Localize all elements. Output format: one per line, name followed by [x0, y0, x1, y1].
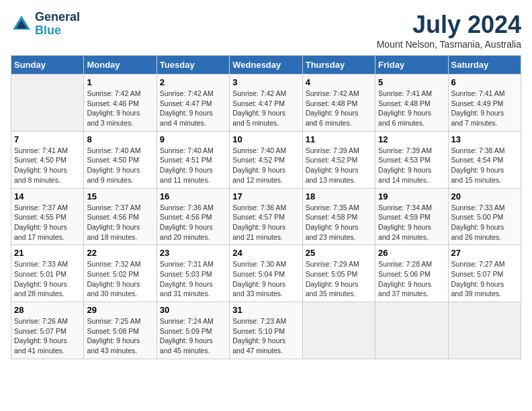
calendar-cell: 24Sunrise: 7:30 AMSunset: 5:04 PMDayligh… — [230, 245, 302, 302]
calendar-cell: 30Sunrise: 7:24 AMSunset: 5:09 PMDayligh… — [157, 302, 229, 359]
calendar-cell — [448, 302, 521, 359]
day-number: 3 — [232, 77, 299, 87]
day-number: 14 — [14, 191, 81, 201]
calendar-cell: 31Sunrise: 7:23 AMSunset: 5:10 PMDayligh… — [230, 302, 302, 359]
day-number: 23 — [160, 248, 226, 258]
day-number: 31 — [232, 305, 299, 315]
col-header-thursday: Thursday — [302, 56, 375, 75]
day-info: Sunrise: 7:40 AMSunset: 4:52 PMDaylight:… — [232, 146, 299, 185]
calendar-cell: 12Sunrise: 7:39 AMSunset: 4:53 PMDayligh… — [375, 131, 448, 188]
day-info: Sunrise: 7:30 AMSunset: 5:04 PMDaylight:… — [232, 259, 299, 299]
col-header-monday: Monday — [84, 56, 157, 75]
day-number: 5 — [378, 77, 445, 87]
calendar-cell: 17Sunrise: 7:36 AMSunset: 4:57 PMDayligh… — [230, 188, 302, 245]
calendar-cell: 29Sunrise: 7:25 AMSunset: 5:08 PMDayligh… — [84, 302, 157, 359]
day-info: Sunrise: 7:26 AMSunset: 5:07 PMDaylight:… — [14, 316, 81, 356]
day-number: 2 — [160, 77, 226, 87]
day-info: Sunrise: 7:35 AMSunset: 4:58 PMDaylight:… — [306, 203, 372, 242]
day-info: Sunrise: 7:39 AMSunset: 4:52 PMDaylight:… — [306, 146, 372, 185]
day-info: Sunrise: 7:42 AMSunset: 4:46 PMDaylight:… — [87, 89, 153, 128]
calendar-cell: 2Sunrise: 7:42 AMSunset: 4:47 PMDaylight… — [157, 75, 229, 132]
day-number: 22 — [87, 248, 153, 258]
day-info: Sunrise: 7:24 AMSunset: 5:09 PMDaylight:… — [160, 316, 226, 356]
title-block: July 2024 Mount Nelson, Tasmania, Austra… — [377, 11, 521, 50]
calendar-cell: 28Sunrise: 7:26 AMSunset: 5:07 PMDayligh… — [11, 302, 84, 359]
col-header-tuesday: Tuesday — [157, 56, 229, 75]
day-info: Sunrise: 7:33 AMSunset: 5:01 PMDaylight:… — [14, 259, 81, 299]
calendar-title: July 2024 — [377, 11, 521, 39]
calendar-cell: 27Sunrise: 7:27 AMSunset: 5:07 PMDayligh… — [448, 245, 521, 302]
day-number: 30 — [160, 305, 226, 315]
calendar-cell: 6Sunrise: 7:41 AMSunset: 4:49 PMDaylight… — [448, 75, 521, 132]
day-info: Sunrise: 7:41 AMSunset: 4:48 PMDaylight:… — [378, 89, 445, 128]
day-info: Sunrise: 7:32 AMSunset: 5:02 PMDaylight:… — [87, 259, 153, 299]
day-info: Sunrise: 7:36 AMSunset: 4:56 PMDaylight:… — [160, 203, 226, 242]
calendar-cell — [302, 302, 375, 359]
calendar-cell: 14Sunrise: 7:37 AMSunset: 4:55 PMDayligh… — [11, 188, 84, 245]
day-number: 18 — [306, 191, 372, 201]
page-header: General Blue July 2024 Mount Nelson, Tas… — [11, 11, 521, 50]
day-number: 28 — [14, 305, 81, 315]
calendar-cell: 11Sunrise: 7:39 AMSunset: 4:52 PMDayligh… — [302, 131, 375, 188]
day-info: Sunrise: 7:37 AMSunset: 4:55 PMDaylight:… — [14, 203, 81, 242]
day-info: Sunrise: 7:37 AMSunset: 4:56 PMDaylight:… — [87, 203, 153, 242]
day-number: 27 — [451, 248, 518, 258]
day-info: Sunrise: 7:42 AMSunset: 4:47 PMDaylight:… — [160, 89, 226, 128]
day-number: 12 — [378, 134, 445, 144]
calendar-table: SundayMondayTuesdayWednesdayThursdayFrid… — [11, 55, 521, 359]
day-number: 20 — [451, 191, 518, 201]
day-number: 8 — [87, 134, 153, 144]
calendar-cell: 22Sunrise: 7:32 AMSunset: 5:02 PMDayligh… — [84, 245, 157, 302]
day-info: Sunrise: 7:27 AMSunset: 5:07 PMDaylight:… — [451, 259, 518, 299]
day-info: Sunrise: 7:42 AMSunset: 4:48 PMDaylight:… — [306, 89, 372, 128]
day-number: 19 — [378, 191, 445, 201]
day-info: Sunrise: 7:31 AMSunset: 5:03 PMDaylight:… — [160, 259, 226, 299]
day-number: 16 — [160, 191, 226, 201]
col-header-wednesday: Wednesday — [230, 56, 302, 75]
calendar-subtitle: Mount Nelson, Tasmania, Australia — [377, 39, 521, 50]
calendar-cell — [11, 75, 84, 132]
day-info: Sunrise: 7:40 AMSunset: 4:51 PMDaylight:… — [160, 146, 226, 185]
calendar-cell: 16Sunrise: 7:36 AMSunset: 4:56 PMDayligh… — [157, 188, 229, 245]
day-number: 10 — [232, 134, 299, 144]
calendar-cell: 13Sunrise: 7:38 AMSunset: 4:54 PMDayligh… — [448, 131, 521, 188]
calendar-cell: 8Sunrise: 7:40 AMSunset: 4:50 PMDaylight… — [84, 131, 157, 188]
day-number: 21 — [14, 248, 81, 258]
day-number: 6 — [451, 77, 518, 87]
calendar-cell: 20Sunrise: 7:33 AMSunset: 5:00 PMDayligh… — [448, 188, 521, 245]
calendar-cell: 10Sunrise: 7:40 AMSunset: 4:52 PMDayligh… — [230, 131, 302, 188]
day-info: Sunrise: 7:23 AMSunset: 5:10 PMDaylight:… — [232, 316, 299, 356]
col-header-sunday: Sunday — [11, 56, 84, 75]
day-info: Sunrise: 7:25 AMSunset: 5:08 PMDaylight:… — [87, 316, 153, 356]
calendar-cell: 5Sunrise: 7:41 AMSunset: 4:48 PMDaylight… — [375, 75, 448, 132]
day-number: 26 — [378, 248, 445, 258]
logo-icon — [11, 13, 32, 35]
day-info: Sunrise: 7:34 AMSunset: 4:59 PMDaylight:… — [378, 203, 445, 242]
day-number: 9 — [160, 134, 226, 144]
col-header-saturday: Saturday — [448, 56, 521, 75]
calendar-cell: 15Sunrise: 7:37 AMSunset: 4:56 PMDayligh… — [84, 188, 157, 245]
logo-text: General Blue — [35, 11, 80, 38]
calendar-cell: 1Sunrise: 7:42 AMSunset: 4:46 PMDaylight… — [84, 75, 157, 132]
logo: General Blue — [11, 11, 80, 38]
day-number: 4 — [306, 77, 372, 87]
day-number: 15 — [87, 191, 153, 201]
day-number: 11 — [306, 134, 372, 144]
day-info: Sunrise: 7:41 AMSunset: 4:49 PMDaylight:… — [451, 89, 518, 128]
col-header-friday: Friday — [375, 56, 448, 75]
day-info: Sunrise: 7:41 AMSunset: 4:50 PMDaylight:… — [14, 146, 81, 185]
day-info: Sunrise: 7:28 AMSunset: 5:06 PMDaylight:… — [378, 259, 445, 299]
day-info: Sunrise: 7:38 AMSunset: 4:54 PMDaylight:… — [451, 146, 518, 185]
calendar-cell: 23Sunrise: 7:31 AMSunset: 5:03 PMDayligh… — [157, 245, 229, 302]
day-number: 25 — [306, 248, 372, 258]
calendar-cell: 9Sunrise: 7:40 AMSunset: 4:51 PMDaylight… — [157, 131, 229, 188]
day-info: Sunrise: 7:29 AMSunset: 5:05 PMDaylight:… — [306, 259, 372, 299]
day-info: Sunrise: 7:33 AMSunset: 5:00 PMDaylight:… — [451, 203, 518, 242]
calendar-cell: 18Sunrise: 7:35 AMSunset: 4:58 PMDayligh… — [302, 188, 375, 245]
day-number: 13 — [451, 134, 518, 144]
calendar-cell: 4Sunrise: 7:42 AMSunset: 4:48 PMDaylight… — [302, 75, 375, 132]
calendar-cell: 19Sunrise: 7:34 AMSunset: 4:59 PMDayligh… — [375, 188, 448, 245]
calendar-cell: 3Sunrise: 7:42 AMSunset: 4:47 PMDaylight… — [230, 75, 302, 132]
day-info: Sunrise: 7:42 AMSunset: 4:47 PMDaylight:… — [232, 89, 299, 128]
calendar-cell: 7Sunrise: 7:41 AMSunset: 4:50 PMDaylight… — [11, 131, 84, 188]
